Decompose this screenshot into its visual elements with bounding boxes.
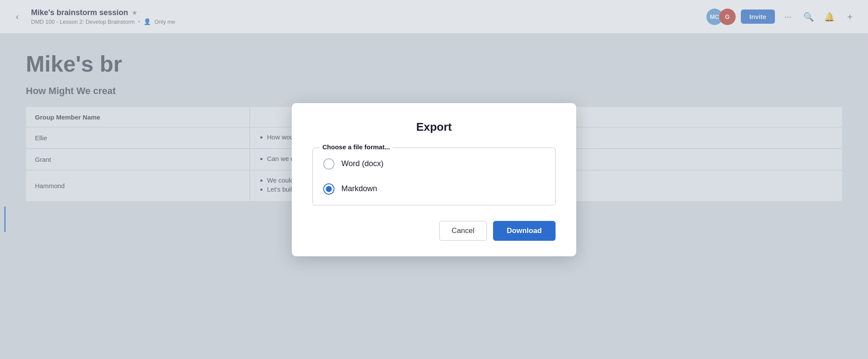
radio-selected-indicator [326, 186, 332, 192]
format-label-word: Word (docx) [341, 159, 384, 168]
radio-word[interactable] [323, 158, 334, 170]
modal-title: Export [312, 120, 556, 134]
format-option-word[interactable]: Word (docx) [313, 151, 555, 176]
download-button[interactable]: Download [493, 221, 556, 241]
modal-overlay: Export Choose a file format... Word (doc… [0, 0, 868, 359]
modal-actions: Cancel Download [312, 221, 556, 241]
cancel-button[interactable]: Cancel [439, 221, 487, 241]
format-option-markdown[interactable]: Markdown [313, 176, 555, 202]
radio-markdown[interactable] [323, 183, 334, 195]
format-group: Choose a file format... Word (docx) Mark… [312, 148, 556, 205]
export-modal: Export Choose a file format... Word (doc… [292, 103, 576, 256]
format-label-markdown: Markdown [341, 184, 377, 193]
format-legend: Choose a file format... [320, 143, 393, 151]
